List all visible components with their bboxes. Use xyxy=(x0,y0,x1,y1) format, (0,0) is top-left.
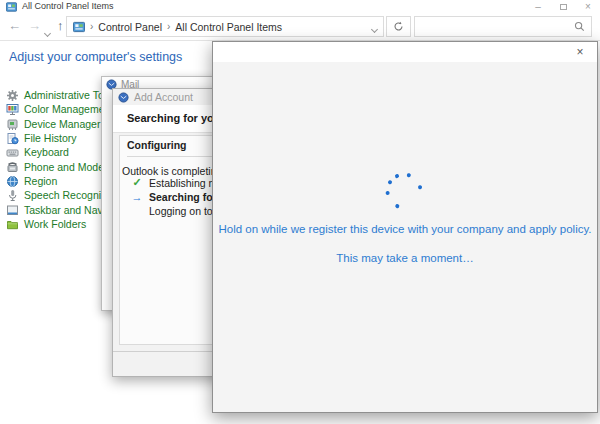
titlebar: All Control Panel Items – × xyxy=(0,0,600,13)
device-registration-dialog: × Hold on while we register this device … xyxy=(212,41,598,413)
forward-icon[interactable]: → xyxy=(28,18,41,33)
region-icon xyxy=(6,175,19,188)
maximize-icon[interactable] xyxy=(557,0,569,13)
cp-item-color-management[interactable]: Color Management xyxy=(6,102,113,116)
cp-item-label: Phone and Modem xyxy=(24,161,113,173)
desktop: All Control Panel Items – × ← → ↑ › Con xyxy=(0,0,600,424)
registration-message: Hold on while we register this device wi… xyxy=(213,223,597,235)
add-account-title: Add Account xyxy=(134,91,193,103)
cp-item-label: Color Management xyxy=(24,103,113,115)
current-step-arrow-icon: → xyxy=(131,191,143,203)
refresh-icon xyxy=(393,21,404,32)
breadcrumb-control-panel[interactable]: Control Panel xyxy=(98,21,162,33)
registration-submessage: This may take a moment… xyxy=(213,252,597,264)
breadcrumb-separator: › xyxy=(90,21,93,32)
cp-item-keyboard[interactable]: Keyboard xyxy=(6,145,69,159)
cp-item-phone-and-modem[interactable]: Phone and Modem xyxy=(6,160,113,174)
search-icon xyxy=(574,21,585,32)
page-title: Adjust your computer's settings xyxy=(9,50,182,64)
close-icon[interactable]: × xyxy=(571,44,589,60)
speech-recognition-icon xyxy=(6,189,19,202)
window-title: All Control Panel Items xyxy=(22,1,114,11)
control-panel-small-icon xyxy=(73,21,85,33)
window-controls: – × xyxy=(532,0,594,13)
address-bar[interactable]: › Control Panel › All Control Panel Item… xyxy=(66,16,384,37)
breadcrumb-all-control-panel-items[interactable]: All Control Panel Items xyxy=(175,21,282,33)
refresh-button[interactable] xyxy=(386,16,411,37)
configuring-section-title: Configuring xyxy=(127,139,186,151)
minimize-icon[interactable]: – xyxy=(532,0,544,13)
cp-item-label: Device Manager xyxy=(24,118,100,130)
phone-and-modem-icon xyxy=(6,161,19,174)
work-folders-icon xyxy=(6,218,19,231)
cp-item-label: Work Folders xyxy=(24,218,86,230)
registration-titlebar: × xyxy=(213,42,597,62)
breadcrumb-separator: › xyxy=(167,21,170,32)
add-account-titlebar: Add Account xyxy=(118,91,193,103)
back-icon[interactable]: ← xyxy=(8,18,21,33)
cp-item-label: Region xyxy=(24,175,57,187)
cp-item-work-folders[interactable]: Work Folders xyxy=(6,217,86,231)
taskbar-and-navigation-icon xyxy=(6,204,19,217)
device-manager-icon xyxy=(6,118,19,131)
cp-item-device-manager[interactable]: Device Manager xyxy=(6,117,100,131)
check-icon: ✓ xyxy=(131,176,143,189)
keyboard-icon xyxy=(6,146,19,159)
search-input[interactable] xyxy=(421,20,574,34)
close-icon[interactable]: × xyxy=(582,0,594,13)
search-box xyxy=(414,16,592,37)
cp-item-region[interactable]: Region xyxy=(6,174,57,188)
administrative-tools-icon xyxy=(6,89,19,102)
cp-item-label: Keyboard xyxy=(24,146,69,158)
cp-item-file-history[interactable]: File History xyxy=(6,131,77,145)
cp-item-label: File History xyxy=(24,132,77,144)
navigation-bar: ← → ↑ › Control Panel › All Control Pane… xyxy=(0,13,600,41)
color-management-icon xyxy=(6,103,19,116)
address-dropdown-chevron-icon[interactable] xyxy=(372,18,377,36)
recent-pages-chevron-icon[interactable] xyxy=(45,22,50,40)
add-account-icon xyxy=(118,92,129,103)
control-panel-icon xyxy=(6,2,17,12)
up-icon[interactable]: ↑ xyxy=(57,18,64,33)
file-history-icon xyxy=(6,132,19,145)
